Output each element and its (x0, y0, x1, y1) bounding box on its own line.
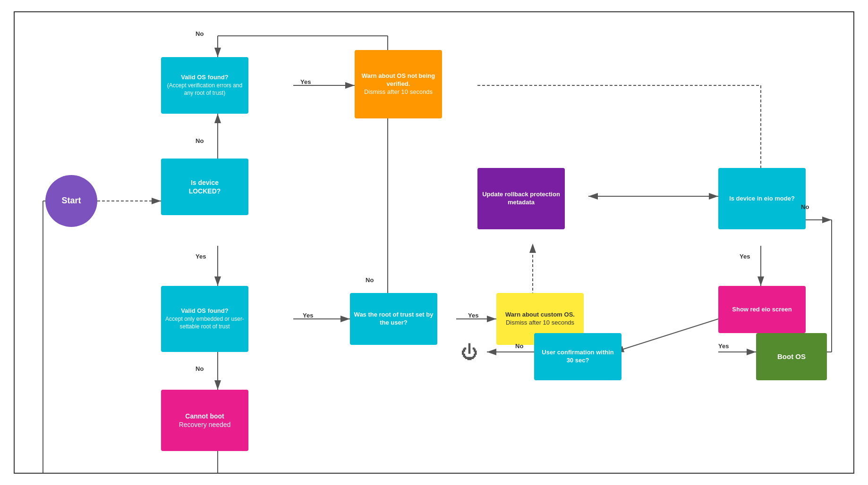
is-eio-mode-node: Is device in eio mode? (718, 168, 806, 229)
label-no-valid-os-unlocked: No (196, 30, 204, 37)
user-confirmation-node: User confirmation within 30 sec? (534, 333, 621, 380)
root-of-trust-node: Was the root of trust set by the user? (350, 293, 437, 345)
label-no-is-locked: No (196, 137, 204, 144)
label-yes-eio-mode: Yes (740, 253, 750, 260)
label-no-valid-os-locked: No (196, 365, 204, 372)
label-yes-root-trust: Yes (468, 312, 478, 319)
start-node: Start (45, 175, 97, 227)
power-icon: ⏻ (461, 343, 478, 362)
label-no-root-trust: No (366, 276, 374, 284)
update-rollback-node: Update rollback protection metadata (477, 168, 565, 229)
diagram-container: Start Valid OS found?(Accept verificatio… (14, 11, 854, 474)
label-yes-is-locked: Yes (196, 253, 206, 260)
label-yes-valid-os-locked: Yes (303, 312, 313, 319)
is-device-locked-node: Is deviceLOCKED? (161, 159, 248, 215)
label-yes-valid-os-unlocked: Yes (300, 78, 311, 85)
label-no-eio-mode: No (801, 203, 809, 210)
cannot-boot-node: Cannot bootRecovery needed (161, 390, 248, 451)
valid-os-locked-node: Valid OS found?Accept only embedded or u… (161, 286, 248, 352)
valid-os-unlocked-node: Valid OS found?(Accept verification erro… (161, 57, 248, 114)
svg-line-13 (614, 319, 718, 352)
label-no-user-confirm: No (515, 343, 523, 350)
show-red-eio-node: Show red eio screen (718, 286, 806, 333)
warn-os-unverified-node: Warn about OS not being verified.Dismiss… (355, 50, 442, 118)
boot-os-node: Boot OS (756, 333, 827, 380)
label-yes-user-confirm: Yes (718, 343, 729, 350)
